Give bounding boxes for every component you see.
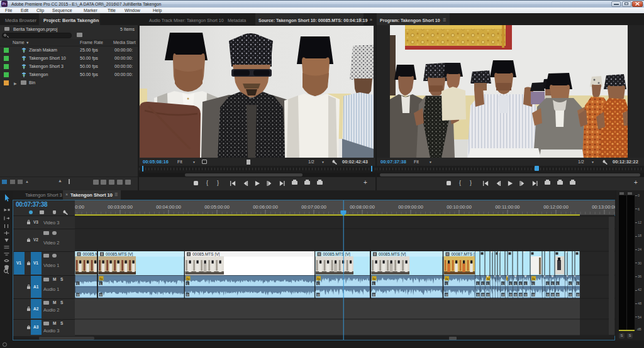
- svg-text:L: L: [509, 282, 511, 286]
- svg-text:R: R: [477, 293, 479, 297]
- svg-text:L: L: [317, 282, 319, 286]
- svg-text:R: R: [532, 293, 535, 297]
- svg-text:L: L: [187, 282, 189, 286]
- svg-text:L: L: [547, 282, 548, 286]
- svg-text:fx: fx: [532, 277, 535, 281]
- svg-text:00:04:00:00: 00:04:00:00: [156, 204, 181, 210]
- svg-text:L: L: [100, 282, 102, 286]
- svg-text:00:03:00:00: 00:03:00:00: [108, 204, 133, 210]
- svg-text:R: R: [502, 293, 504, 297]
- svg-text:00087.MTS [: 00087.MTS [: [452, 252, 475, 257]
- svg-text:R: R: [100, 293, 103, 297]
- svg-text:00:09:00:00: 00:09:00:00: [398, 204, 423, 210]
- svg-text:L: L: [502, 282, 504, 286]
- svg-text:R: R: [187, 293, 189, 297]
- svg-text:L: L: [487, 282, 489, 286]
- svg-text:00:07:00:00: 00:07:00:00: [301, 204, 326, 210]
- svg-text:L: L: [514, 282, 516, 286]
- svg-text:L: L: [557, 282, 558, 286]
- svg-text:R: R: [577, 293, 579, 297]
- svg-text:L: L: [77, 282, 79, 286]
- svg-text:L: L: [477, 282, 479, 286]
- svg-text:00:06:00:00: 00:06:00:00: [253, 204, 278, 210]
- svg-text:R: R: [519, 293, 522, 297]
- svg-text:R: R: [509, 293, 512, 297]
- svg-text:R: R: [317, 293, 319, 297]
- svg-text:R: R: [373, 293, 375, 297]
- svg-text:R: R: [547, 293, 549, 297]
- svg-text:R: R: [514, 293, 517, 297]
- svg-text:R: R: [482, 293, 484, 297]
- svg-text:fx: fx: [100, 277, 103, 281]
- svg-text:R: R: [487, 293, 489, 297]
- svg-text:L: L: [445, 282, 447, 286]
- svg-text:00:13:00:00: 00:13:00:00: [592, 204, 615, 210]
- svg-text:L: L: [577, 282, 579, 286]
- svg-text:00:05:00:00: 00:05:00:00: [204, 204, 230, 210]
- svg-text:00085.M: 00085.M: [83, 252, 99, 256]
- svg-text:00:12:00:00: 00:12:00:00: [543, 204, 569, 210]
- svg-text:L: L: [373, 282, 375, 286]
- svg-text:00:08:00:00: 00:08:00:00: [350, 204, 375, 210]
- svg-text:R: R: [445, 293, 448, 297]
- svg-text:R: R: [557, 293, 559, 297]
- svg-text:L: L: [552, 282, 553, 286]
- svg-text:00085.MTS [V]: 00085.MTS [V]: [106, 252, 133, 257]
- svg-text:L: L: [525, 282, 526, 286]
- svg-text:L: L: [519, 282, 521, 286]
- svg-text:R: R: [569, 293, 572, 297]
- svg-text:00085.MTS [V]: 00085.MTS [V]: [379, 252, 406, 257]
- svg-text:R: R: [77, 293, 79, 297]
- svg-text:00:10:00:00: 00:10:00:00: [447, 204, 472, 210]
- svg-text:00085.MTS [V]: 00085.MTS [V]: [323, 252, 351, 257]
- svg-text:fx: fx: [373, 277, 376, 281]
- svg-text:L: L: [482, 282, 484, 286]
- svg-text:fx: fx: [317, 277, 320, 281]
- svg-text:fx: fx: [445, 277, 448, 281]
- svg-text:00085.MTS [V]: 00085.MTS [V]: [192, 252, 220, 257]
- svg-text:R: R: [525, 293, 527, 297]
- svg-text:R: R: [552, 293, 554, 297]
- svg-text:L: L: [532, 282, 534, 286]
- svg-text:fx: fx: [487, 277, 490, 281]
- svg-text:L: L: [569, 282, 571, 286]
- svg-text:00:11:00:00: 00:11:00:00: [495, 204, 519, 210]
- svg-text:00:02:00:00: 00:02:00:00: [75, 204, 84, 210]
- svg-text:fx: fx: [187, 277, 190, 281]
